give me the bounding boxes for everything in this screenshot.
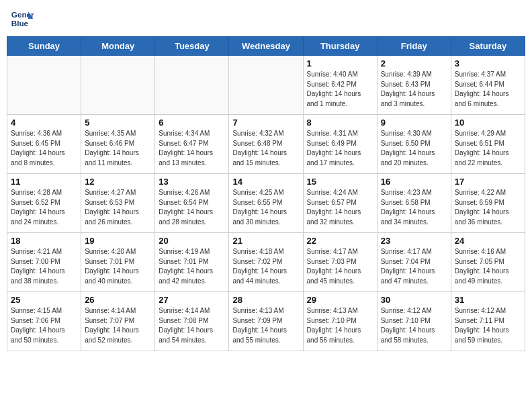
calendar-cell: 22Sunrise: 4:17 AM Sunset: 7:03 PM Dayli… xyxy=(303,233,377,292)
calendar-cell: 19Sunrise: 4:20 AM Sunset: 7:01 PM Dayli… xyxy=(81,233,155,292)
page-header: General Blue xyxy=(7,7,525,31)
calendar-cell: 15Sunrise: 4:24 AM Sunset: 6:57 PM Dayli… xyxy=(303,174,377,233)
day-info: Sunrise: 4:29 AM Sunset: 6:51 PM Dayligh… xyxy=(455,129,521,168)
calendar-cell: 4Sunrise: 4:36 AM Sunset: 6:45 PM Daylig… xyxy=(7,115,81,174)
day-number: 14 xyxy=(232,177,299,187)
day-info: Sunrise: 4:34 AM Sunset: 6:47 PM Dayligh… xyxy=(159,129,225,168)
week-row-3: 18Sunrise: 4:21 AM Sunset: 7:00 PM Dayli… xyxy=(7,233,525,292)
calendar-cell: 1Sunrise: 4:40 AM Sunset: 6:42 PM Daylig… xyxy=(303,56,377,115)
day-number: 27 xyxy=(159,295,225,305)
day-info: Sunrise: 4:24 AM Sunset: 6:57 PM Dayligh… xyxy=(307,188,373,227)
weekday-header-friday: Friday xyxy=(377,37,451,56)
calendar-cell: 8Sunrise: 4:31 AM Sunset: 6:49 PM Daylig… xyxy=(303,115,377,174)
day-info: Sunrise: 4:40 AM Sunset: 6:42 PM Dayligh… xyxy=(307,70,373,109)
day-number: 6 xyxy=(159,118,225,128)
weekday-header-tuesday: Tuesday xyxy=(155,37,229,56)
day-info: Sunrise: 4:14 AM Sunset: 7:07 PM Dayligh… xyxy=(85,306,151,345)
calendar-cell: 28Sunrise: 4:13 AM Sunset: 7:09 PM Dayli… xyxy=(229,292,303,351)
calendar-cell xyxy=(7,56,81,115)
day-info: Sunrise: 4:28 AM Sunset: 6:52 PM Dayligh… xyxy=(11,188,77,227)
day-info: Sunrise: 4:21 AM Sunset: 7:00 PM Dayligh… xyxy=(11,247,77,286)
day-number: 11 xyxy=(11,177,77,187)
calendar-cell: 5Sunrise: 4:35 AM Sunset: 6:46 PM Daylig… xyxy=(81,115,155,174)
calendar-cell: 17Sunrise: 4:22 AM Sunset: 6:59 PM Dayli… xyxy=(451,174,525,233)
day-info: Sunrise: 4:27 AM Sunset: 6:53 PM Dayligh… xyxy=(85,188,151,227)
day-info: Sunrise: 4:25 AM Sunset: 6:55 PM Dayligh… xyxy=(232,188,299,227)
day-info: Sunrise: 4:17 AM Sunset: 7:03 PM Dayligh… xyxy=(307,247,373,286)
day-info: Sunrise: 4:30 AM Sunset: 6:50 PM Dayligh… xyxy=(381,129,447,168)
day-number: 12 xyxy=(85,177,151,187)
day-number: 30 xyxy=(381,295,447,305)
calendar-cell: 31Sunrise: 4:12 AM Sunset: 7:11 PM Dayli… xyxy=(451,292,525,351)
day-number: 4 xyxy=(11,118,77,128)
calendar-body: 1Sunrise: 4:40 AM Sunset: 6:42 PM Daylig… xyxy=(7,56,525,351)
day-info: Sunrise: 4:32 AM Sunset: 6:48 PM Dayligh… xyxy=(232,129,299,168)
calendar-cell xyxy=(229,56,303,115)
day-number: 16 xyxy=(381,177,447,187)
weekday-header-wednesday: Wednesday xyxy=(229,37,303,56)
calendar-cell xyxy=(81,56,155,115)
calendar-cell: 24Sunrise: 4:16 AM Sunset: 7:05 PM Dayli… xyxy=(451,233,525,292)
calendar-cell: 20Sunrise: 4:19 AM Sunset: 7:01 PM Dayli… xyxy=(155,233,229,292)
calendar-cell: 18Sunrise: 4:21 AM Sunset: 7:00 PM Dayli… xyxy=(7,233,81,292)
calendar-cell: 27Sunrise: 4:14 AM Sunset: 7:08 PM Dayli… xyxy=(155,292,229,351)
day-number: 9 xyxy=(381,118,447,128)
weekday-header-monday: Monday xyxy=(81,37,155,56)
weekday-header-thursday: Thursday xyxy=(303,37,377,56)
weekday-header-sunday: Sunday xyxy=(7,37,81,56)
day-number: 17 xyxy=(455,177,521,187)
logo-icon: General Blue xyxy=(10,7,34,31)
day-number: 26 xyxy=(85,295,151,305)
day-info: Sunrise: 4:39 AM Sunset: 6:43 PM Dayligh… xyxy=(381,70,447,109)
day-number: 5 xyxy=(85,118,151,128)
day-number: 8 xyxy=(307,118,373,128)
day-number: 22 xyxy=(307,236,373,246)
day-number: 18 xyxy=(11,236,77,246)
calendar-cell: 25Sunrise: 4:15 AM Sunset: 7:06 PM Dayli… xyxy=(7,292,81,351)
day-info: Sunrise: 4:26 AM Sunset: 6:54 PM Dayligh… xyxy=(159,188,225,227)
calendar-cell: 11Sunrise: 4:28 AM Sunset: 6:52 PM Dayli… xyxy=(7,174,81,233)
calendar-cell: 12Sunrise: 4:27 AM Sunset: 6:53 PM Dayli… xyxy=(81,174,155,233)
day-info: Sunrise: 4:36 AM Sunset: 6:45 PM Dayligh… xyxy=(11,129,77,168)
calendar-cell: 6Sunrise: 4:34 AM Sunset: 6:47 PM Daylig… xyxy=(155,115,229,174)
day-number: 10 xyxy=(455,118,521,128)
day-info: Sunrise: 4:20 AM Sunset: 7:01 PM Dayligh… xyxy=(85,247,151,286)
day-info: Sunrise: 4:19 AM Sunset: 7:01 PM Dayligh… xyxy=(159,247,225,286)
day-info: Sunrise: 4:17 AM Sunset: 7:04 PM Dayligh… xyxy=(381,247,447,286)
day-info: Sunrise: 4:23 AM Sunset: 6:58 PM Dayligh… xyxy=(381,188,447,227)
day-number: 13 xyxy=(159,177,225,187)
calendar-cell: 23Sunrise: 4:17 AM Sunset: 7:04 PM Dayli… xyxy=(377,233,451,292)
day-number: 20 xyxy=(159,236,225,246)
day-info: Sunrise: 4:13 AM Sunset: 7:09 PM Dayligh… xyxy=(232,306,299,345)
calendar-cell: 7Sunrise: 4:32 AM Sunset: 6:48 PM Daylig… xyxy=(229,115,303,174)
calendar-cell: 10Sunrise: 4:29 AM Sunset: 6:51 PM Dayli… xyxy=(451,115,525,174)
day-info: Sunrise: 4:35 AM Sunset: 6:46 PM Dayligh… xyxy=(85,129,151,168)
day-number: 25 xyxy=(11,295,77,305)
calendar-cell: 2Sunrise: 4:39 AM Sunset: 6:43 PM Daylig… xyxy=(377,56,451,115)
calendar-cell: 16Sunrise: 4:23 AM Sunset: 6:58 PM Dayli… xyxy=(377,174,451,233)
calendar-cell: 13Sunrise: 4:26 AM Sunset: 6:54 PM Dayli… xyxy=(155,174,229,233)
calendar-cell: 9Sunrise: 4:30 AM Sunset: 6:50 PM Daylig… xyxy=(377,115,451,174)
day-number: 23 xyxy=(381,236,447,246)
day-number: 3 xyxy=(455,58,521,68)
calendar-cell: 21Sunrise: 4:18 AM Sunset: 7:02 PM Dayli… xyxy=(229,233,303,292)
day-number: 1 xyxy=(307,58,373,68)
day-info: Sunrise: 4:18 AM Sunset: 7:02 PM Dayligh… xyxy=(232,247,299,286)
week-row-2: 11Sunrise: 4:28 AM Sunset: 6:52 PM Dayli… xyxy=(7,174,525,233)
day-number: 15 xyxy=(307,177,373,187)
day-info: Sunrise: 4:31 AM Sunset: 6:49 PM Dayligh… xyxy=(307,129,373,168)
calendar-cell: 26Sunrise: 4:14 AM Sunset: 7:07 PM Dayli… xyxy=(81,292,155,351)
calendar-table: SundayMondayTuesdayWednesdayThursdayFrid… xyxy=(7,36,525,351)
day-info: Sunrise: 4:37 AM Sunset: 6:44 PM Dayligh… xyxy=(455,70,521,109)
logo: General Blue xyxy=(10,7,34,31)
day-info: Sunrise: 4:12 AM Sunset: 7:11 PM Dayligh… xyxy=(455,306,521,345)
calendar-cell: 3Sunrise: 4:37 AM Sunset: 6:44 PM Daylig… xyxy=(451,56,525,115)
day-info: Sunrise: 4:13 AM Sunset: 7:10 PM Dayligh… xyxy=(307,306,373,345)
day-info: Sunrise: 4:16 AM Sunset: 7:05 PM Dayligh… xyxy=(455,247,521,286)
week-row-4: 25Sunrise: 4:15 AM Sunset: 7:06 PM Dayli… xyxy=(7,292,525,351)
day-info: Sunrise: 4:12 AM Sunset: 7:10 PM Dayligh… xyxy=(381,306,447,345)
week-row-0: 1Sunrise: 4:40 AM Sunset: 6:42 PM Daylig… xyxy=(7,56,525,115)
day-number: 29 xyxy=(307,295,373,305)
day-number: 31 xyxy=(455,295,521,305)
calendar-cell: 30Sunrise: 4:12 AM Sunset: 7:10 PM Dayli… xyxy=(377,292,451,351)
